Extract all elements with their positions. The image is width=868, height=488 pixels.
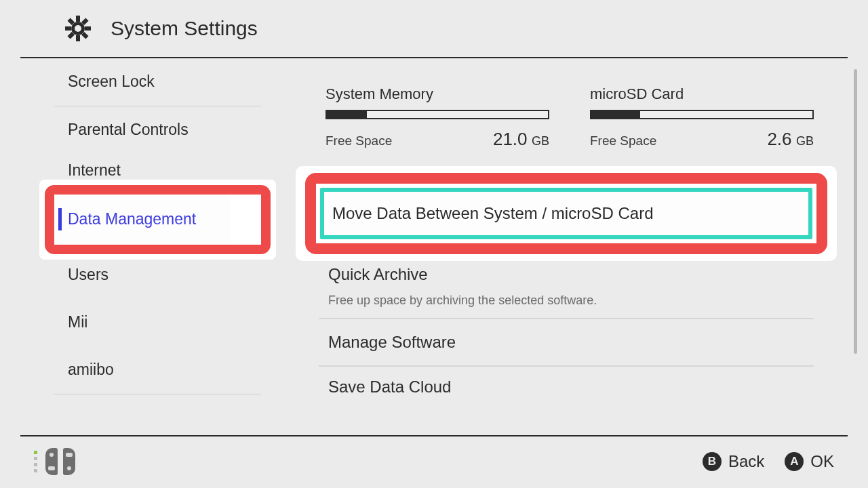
option-subtext: Free up space by archiving the selected … (328, 293, 597, 308)
storage-microsd-card: microSD Card Free Space 2.6 GB (590, 85, 814, 150)
button-label: OK (810, 452, 834, 471)
storage-bar (326, 110, 549, 119)
option-save-data-cloud[interactable]: Save Data Cloud (319, 367, 814, 407)
content: System Memory Free Space 21.0 GB microSD… (278, 58, 868, 435)
sidebar-item-parental-controls[interactable]: Parental Controls (54, 106, 261, 154)
storage-row: System Memory Free Space 21.0 GB microSD… (326, 85, 848, 150)
sidebar-item-label: Data Management (68, 210, 196, 228)
options-list: Move Data Between System / microSD Card … (319, 169, 814, 407)
option-label: Save Data Cloud (328, 378, 451, 396)
free-space-value: 21.0 GB (493, 129, 549, 150)
sidebar-item-data-management-highlight: Data Management (54, 188, 261, 251)
svg-rect-4 (85, 26, 91, 30)
option-move-data-highlight: Move Data Between System / microSD Card (319, 169, 814, 258)
sidebar-item-label: Parental Controls (68, 121, 189, 139)
svg-rect-2 (76, 35, 80, 41)
back-button[interactable]: B Back (703, 452, 764, 471)
a-button-icon: A (785, 452, 804, 471)
option-move-data[interactable]: Move Data Between System / microSD Card (320, 188, 812, 239)
player-lights-icon (34, 451, 37, 472)
free-space-label: Free Space (326, 134, 392, 148)
free-space-value: 2.6 GB (767, 129, 814, 150)
sidebar-item-label: Screen Lock (68, 73, 155, 91)
sidebar-item-label: amiibo (68, 361, 114, 379)
sidebar-item-label: Users (68, 266, 108, 284)
svg-rect-3 (65, 26, 71, 30)
ok-button[interactable]: A OK (785, 452, 834, 471)
sidebar-item-data-management[interactable]: Data Management (54, 196, 231, 243)
storage-name: System Memory (326, 85, 549, 103)
option-quick-archive[interactable]: Quick Archive Free up space by archiving… (319, 254, 814, 319)
svg-point-10 (75, 25, 81, 32)
divider (54, 394, 261, 394)
sidebar: Screen Lock Parental Controls Internet D… (0, 58, 278, 435)
option-manage-software[interactable]: Manage Software (319, 319, 814, 367)
svg-rect-1 (76, 16, 80, 22)
header: System Settings (20, 0, 848, 58)
button-label: Back (728, 452, 764, 471)
sidebar-item-label: Mii (68, 313, 87, 331)
storage-name: microSD Card (590, 85, 814, 103)
footer: B Back A OK (20, 435, 848, 487)
free-space-label: Free Space (590, 134, 656, 148)
page-title: System Settings (111, 17, 258, 40)
controller-icon (34, 448, 75, 475)
sidebar-item-mii[interactable]: Mii (54, 299, 261, 346)
option-label: Manage Software (328, 333, 456, 352)
body: Screen Lock Parental Controls Internet D… (0, 58, 868, 435)
storage-bar (590, 110, 814, 119)
storage-bar-fill (591, 111, 640, 118)
joycon-right-icon (63, 448, 75, 475)
option-label: Quick Archive (328, 265, 428, 284)
storage-system-memory: System Memory Free Space 21.0 GB (326, 85, 549, 150)
sidebar-item-amiibo[interactable]: amiibo (54, 346, 261, 394)
footer-buttons: B Back A OK (703, 452, 834, 471)
gear-icon (64, 15, 92, 42)
joycon-left-icon (45, 448, 58, 475)
option-label: Move Data Between System / microSD Card (332, 204, 654, 223)
sidebar-item-screen-lock[interactable]: Screen Lock (54, 58, 261, 106)
sidebar-item-label: Internet (68, 161, 121, 180)
scrollbar[interactable] (854, 69, 857, 354)
storage-bar-fill (327, 111, 367, 118)
b-button-icon: B (703, 452, 722, 471)
